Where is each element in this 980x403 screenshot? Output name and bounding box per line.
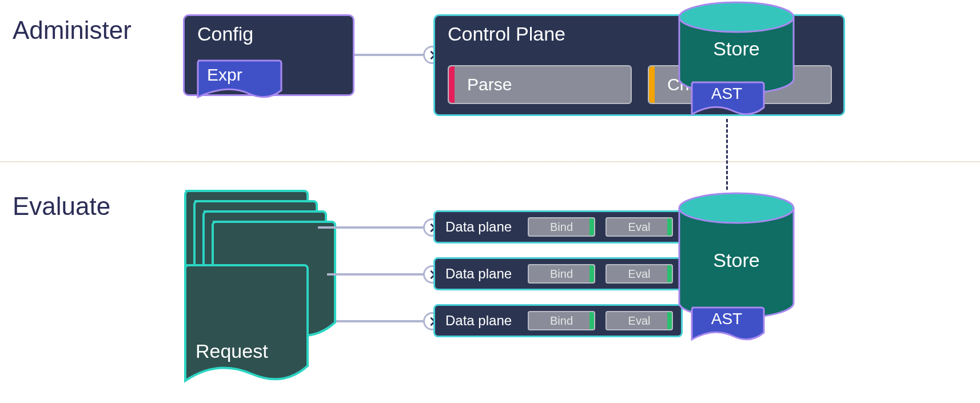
phase-bind-label: Bind [550,221,573,234]
ast-tag-bottom: AST [688,304,765,344]
ast-bottom-label: AST [688,310,765,328]
ast-tag-top: AST [688,79,765,119]
phase-eval-label: Eval [628,268,651,281]
data-plane-title: Data plane [445,219,512,235]
dashed-connector [726,119,728,190]
phase-parse: Parse [448,65,632,104]
stripe-green [667,312,672,329]
config-title: Config [197,23,253,45]
phase-eval: Eval [605,217,673,237]
phase-eval-label: Eval [628,314,651,328]
section-divider [0,161,980,162]
phase-bind: Bind [528,217,595,237]
svg-point-1 [679,193,794,223]
phase-eval: Eval [605,311,673,330]
section-label-administer: Administer [13,16,132,45]
stripe-green [589,265,594,282]
phase-bind-label: Bind [550,268,573,281]
phase-eval-label: Eval [628,221,651,234]
store-cylinder-bottom: Store [674,191,799,320]
stripe-orange [649,66,655,103]
data-plane-row-3: Data plane Bind Eval [433,304,683,337]
data-plane-row-2: Data plane Bind Eval [433,257,683,290]
connector-req-dp-2 [327,273,425,276]
stripe-green [667,218,672,236]
connector-req-dp-3 [336,320,425,322]
request-label: Request [196,340,268,362]
phase-eval: Eval [605,264,673,284]
store-top-label: Store [674,38,799,60]
request-card-front: Request [181,261,309,392]
document-icon [181,261,309,392]
phase-bind: Bind [528,311,595,330]
phase-bind: Bind [528,264,595,284]
expr-tag: Expr [194,57,282,102]
ast-top-label: AST [688,85,765,103]
data-plane-title: Data plane [445,266,512,282]
diagram-canvas: Administer Evaluate Config Expr Control … [0,0,980,403]
phase-parse-label: Parse [467,75,512,94]
stripe-red [449,66,455,103]
store-bottom-label: Store [674,249,799,272]
data-plane-title: Data plane [445,313,512,329]
phase-bind-label: Bind [550,314,573,328]
stripe-green [589,312,594,329]
connector-req-dp-1 [318,226,425,229]
stripe-green [589,218,594,236]
expr-label: Expr [207,65,242,85]
section-label-evaluate: Evaluate [13,192,110,221]
stripe-green [667,265,672,282]
svg-point-0 [679,2,794,32]
connector-config-to-control [354,54,425,56]
data-plane-row-1: Data plane Bind Eval [433,210,683,244]
